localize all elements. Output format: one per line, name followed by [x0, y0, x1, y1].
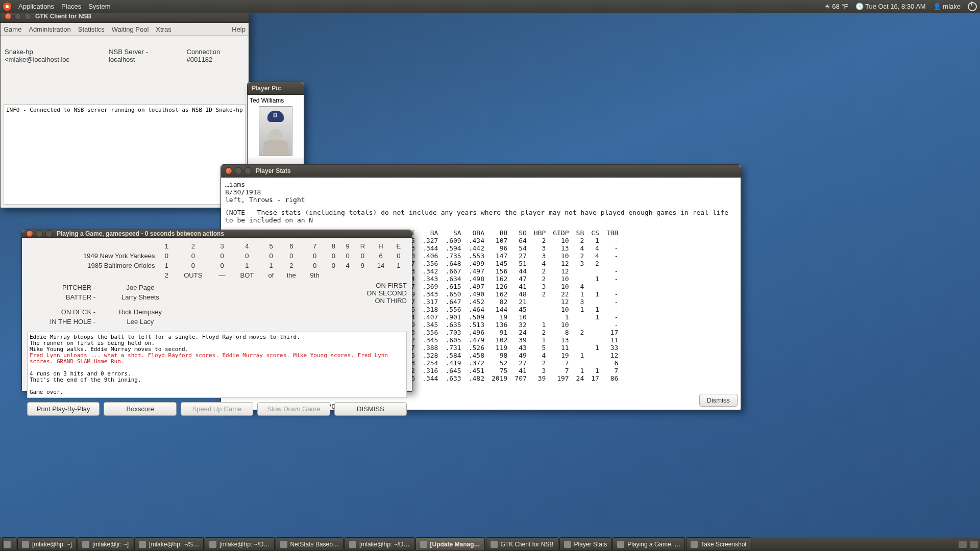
panel-menu-system[interactable]: System	[88, 3, 110, 10]
game-titlebar[interactable]: Playing a Game, gamespeed - 0 seconds be…	[22, 230, 412, 238]
taskbar-item[interactable]: [mlake@hp: ~/D…	[205, 537, 275, 551]
taskbar-item[interactable]: Take Screenshot	[686, 537, 751, 551]
ubuntu-logo-icon[interactable]	[3, 3, 11, 11]
play-by-play-log[interactable]: Eddie Murray bloops the ball to left for…	[27, 332, 407, 398]
taskbar-label: [mlake@hp: ~/D…	[219, 541, 270, 548]
maximize-icon[interactable]	[244, 167, 252, 174]
weather-indicator[interactable]: ☀ 68 °F	[824, 3, 848, 10]
taskbar-item[interactable]: GTK Client for NSB	[486, 537, 558, 551]
power-icon[interactable]	[968, 2, 977, 11]
app-icon	[349, 541, 356, 548]
close-icon[interactable]	[26, 230, 33, 237]
taskbar-item[interactable]: NetStats Baseb…	[276, 537, 344, 551]
clock[interactable]: 🕓 Tue Oct 16, 8:30 AM	[855, 3, 926, 10]
ondeck-label: ON DECK -	[27, 308, 100, 316]
inning-header: 5	[263, 242, 279, 251]
game-window: Playing a Game, gamespeed - 0 seconds be…	[21, 230, 412, 392]
stats-note: (NOTE - These stats (including totals) d…	[225, 209, 737, 224]
player-photo	[259, 106, 292, 156]
taskbar-item[interactable]: Player Stats	[559, 537, 612, 551]
dismiss-game-button[interactable]: DISMISS	[334, 402, 407, 416]
stats-column-header: SA	[442, 229, 464, 237]
stats-bio-dob: 8/30/1918	[225, 188, 737, 196]
menu-help[interactable]: Help	[232, 26, 246, 33]
nsb-log[interactable]: INFO - Connected to NSB server running o…	[4, 104, 246, 205]
app-icon	[617, 541, 624, 548]
menu-xtras[interactable]: Xtras	[156, 26, 171, 33]
ondeck-name: Rick Dempsey	[100, 308, 181, 316]
user-menu[interactable]: 👤 mlake	[933, 3, 961, 10]
panel-menu-applications[interactable]: Applications	[18, 3, 54, 10]
minimize-icon[interactable]	[36, 230, 43, 237]
app-icon	[491, 541, 498, 548]
slow-down-button: Slow Down Game	[257, 402, 330, 416]
taskbar-item[interactable]: [mlake@hp: ~]	[17, 537, 77, 551]
speed-up-button: Speed Up Game	[181, 402, 253, 416]
maximize-icon[interactable]	[45, 230, 53, 237]
nsb-client-window: GTK Client for NSB Game Administration S…	[0, 10, 249, 208]
nsb-connection-number: Connection #001182	[187, 48, 244, 63]
stats-column-header: IBB	[603, 229, 622, 237]
show-desktop-button[interactable]	[2, 537, 16, 551]
taskbar-label: [mlake@hp: ~/S…	[149, 541, 199, 548]
home-team: 1985 Baltimore Orioles	[28, 261, 159, 270]
stats-column-header: HBP	[530, 229, 549, 237]
taskbar-label: GTK Client for NSB	[501, 541, 554, 548]
taskbar-label: NetStats Baseb…	[290, 541, 339, 548]
stats-column-header: CS	[587, 229, 603, 237]
app-icon	[564, 541, 571, 548]
taskbar-label: [mlake@hp: ~]	[32, 541, 72, 548]
pitcher-label: PITCHER -	[27, 284, 100, 291]
pitcher-name: Joe Page	[100, 284, 181, 291]
dismiss-button[interactable]: Dismiss	[699, 394, 738, 407]
print-pbp-button[interactable]: Print Play-By-Play	[27, 402, 100, 416]
stats-column-header: GIDP	[549, 229, 572, 237]
app-icon	[139, 541, 146, 548]
minimize-icon[interactable]	[14, 13, 21, 20]
panel-menu-places[interactable]: Places	[61, 3, 81, 10]
player-pic-titlebar[interactable]: Player Pic	[248, 82, 304, 95]
menu-administration[interactable]: Administration	[29, 26, 70, 33]
app-icon	[209, 541, 216, 548]
window-title: Player Pic	[252, 85, 281, 92]
inning-header: 8	[327, 242, 340, 251]
menu-statistics[interactable]: Statistics	[78, 26, 105, 33]
batter-label: BATTER -	[27, 293, 100, 301]
taskbar-item[interactable]: [mlake@hp: ~/S…	[134, 537, 204, 551]
taskbar-item[interactable]: [mlake@jr: ~]	[78, 537, 133, 551]
maximize-icon[interactable]	[24, 13, 31, 20]
stats-column-header: OBA	[465, 229, 488, 237]
window-title: GTK Client for NSB	[35, 13, 91, 20]
stats-bio-bats: left, Throws - right	[225, 196, 737, 204]
tray-icon[interactable]	[959, 541, 967, 548]
window-title: Playing a Game, gamespeed - 0 seconds be…	[57, 230, 224, 237]
scoreboard: 123456789RHE 1949 New York Yankees000000…	[27, 241, 407, 281]
inhole-name: Lee Lacy	[100, 318, 181, 325]
menu-waiting-pool[interactable]: Waiting Pool	[112, 26, 149, 33]
nsb-menubar: Game Administration Statistics Waiting P…	[1, 23, 249, 36]
close-icon[interactable]	[5, 13, 12, 20]
taskbar-label: Playing a Game, …	[627, 541, 680, 548]
trash-icon[interactable]	[970, 541, 978, 548]
nsb-connection-info: Snake-hp <mlake@localhost.loc NSB Server…	[4, 43, 246, 68]
inning-header: R	[355, 242, 370, 251]
minimize-icon[interactable]	[235, 167, 242, 174]
app-icon	[22, 541, 29, 548]
taskbar-item[interactable]: [mlake@hp: ~/D…	[345, 537, 414, 551]
player-stats-titlebar[interactable]: Player Stats	[221, 165, 741, 178]
taskbar-label: Take Screenshot	[701, 541, 746, 548]
taskbar-item[interactable]: [Update Manag…	[415, 537, 485, 551]
taskbar-label: Player Stats	[574, 541, 607, 548]
inning-header: 3	[213, 242, 231, 251]
bottom-panel: [mlake@hp: ~][mlake@jr: ~][mlake@hp: ~/S…	[0, 537, 980, 551]
stats-column-header: SB	[573, 229, 588, 237]
inning-header: 4	[232, 242, 262, 251]
boxscore-button[interactable]: Boxscore	[104, 402, 176, 416]
menu-game[interactable]: Game	[4, 26, 21, 33]
taskbar-item[interactable]: Playing a Game, …	[612, 537, 685, 551]
inning-header: 1	[160, 242, 174, 251]
stats-column-header: SO	[511, 229, 530, 237]
top-panel: Applications Places System ☀ 68 °F 🕓 Tue…	[0, 0, 980, 13]
close-icon[interactable]	[225, 167, 232, 174]
desktop-icon	[4, 541, 11, 548]
